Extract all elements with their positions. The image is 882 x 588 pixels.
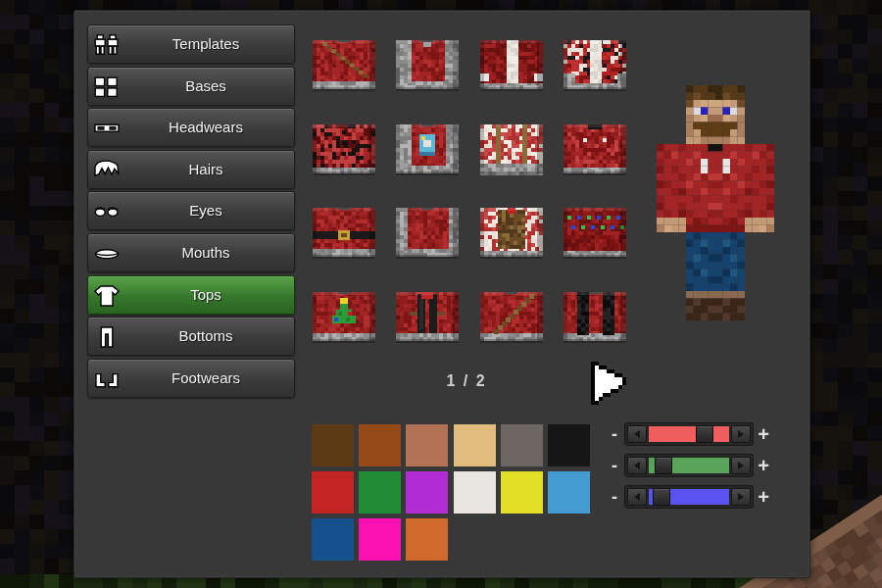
sidebar-item-footwears[interactable]: Footwears [87, 359, 295, 398]
color-swatch-e1bc7d[interactable] [454, 424, 496, 466]
top-thumbnail-image [313, 38, 375, 93]
arrow-right-icon [738, 462, 748, 469]
color-swatch-161616[interactable] [548, 424, 590, 466]
top-thumbnail-red-christmas-lights[interactable] [564, 206, 626, 261]
arrow-right-icon [738, 493, 748, 501]
sidebar-item-headwears[interactable]: Headwears [87, 108, 295, 147]
blue-slider: -+ [609, 485, 842, 509]
green-slider: -+ [609, 454, 842, 477]
top-thumbnail-image [564, 38, 626, 93]
arrow-right-icon [738, 430, 748, 438]
sidebar-item-tops[interactable]: Tops [87, 275, 295, 315]
blue-step-right-button[interactable] [731, 488, 751, 506]
red-track[interactable] [649, 426, 729, 442]
eyes-icon [94, 201, 120, 222]
arrow-left-icon [630, 430, 640, 438]
top-thumbnail-image [313, 122, 375, 177]
next-arrow-icon[interactable] [591, 362, 626, 405]
hairs-icon [94, 160, 120, 181]
top-thumbnail-red-plaid-buttons[interactable] [313, 122, 375, 177]
color-swatch-6e6662[interactable] [501, 424, 543, 466]
top-thumbnail-image [480, 206, 543, 261]
top-thumbnail-image [313, 290, 375, 345]
bracket-corner [621, 109, 636, 123]
color-swatch-c32424[interactable] [312, 471, 354, 514]
color-swatch-964a1a[interactable] [359, 424, 401, 466]
bases-icon [94, 76, 120, 98]
top-thumbnail-image [564, 290, 626, 345]
arrow-left-icon [630, 493, 640, 501]
skin-editor-panel: TemplatesBasesHeadwearsHairsEyesMouthsTo… [74, 10, 810, 578]
top-thumbnail-red-black-vest-scarf[interactable] [396, 290, 459, 345]
red-slider: -+ [609, 422, 842, 446]
color-swatch-b27253[interactable] [406, 424, 448, 466]
color-swatch-e3de26[interactable] [501, 471, 543, 514]
red-decrease-button[interactable]: - [609, 422, 620, 446]
red-step-left-button[interactable] [627, 425, 647, 443]
top-thumbnail-red-vneck-gray-arms[interactable] [396, 38, 459, 93]
templates-icon [94, 34, 120, 56]
color-swatch-d2692c[interactable] [406, 518, 448, 561]
blue-slider-box [624, 485, 754, 509]
blue-step-left-button[interactable] [627, 488, 647, 506]
top-thumbnail-image [564, 122, 626, 177]
top-thumbnail-image [396, 38, 459, 93]
top-thumbnail-red-hoodie[interactable] [564, 122, 626, 177]
sidebar-item-eyes[interactable]: Eyes [87, 191, 295, 230]
sidebar-item-hairs[interactable]: Hairs [87, 150, 295, 189]
blue-slider-thumb[interactable] [653, 488, 670, 506]
color-swatch-208c36[interactable] [359, 471, 401, 514]
top-thumbnail-image [313, 206, 375, 261]
top-thumbnail-santa-belt-top[interactable] [313, 206, 375, 261]
top-thumbnail-red-graphic-tee[interactable] [396, 122, 459, 177]
top-thumbnail-plaid-brown-vest[interactable] [480, 206, 543, 261]
color-swatch-fb10b2[interactable] [359, 518, 401, 561]
color-swatch-449bd2[interactable] [548, 471, 590, 514]
sidebar-item-bottoms[interactable]: Bottoms [87, 317, 295, 356]
top-thumbnail-image [396, 206, 459, 261]
top-thumbnail-plain-red-top[interactable] [396, 206, 459, 261]
bottoms-icon [94, 326, 120, 348]
top-thumbnail-red-jacket-white-shirt[interactable] [480, 38, 543, 93]
page-indicator: 1 / 2 [417, 372, 515, 390]
top-thumbnail-image [396, 290, 459, 345]
top-thumbnail-image [480, 290, 543, 345]
sidebar-item-mouths[interactable]: Mouths [87, 233, 295, 272]
green-decrease-button[interactable]: - [609, 454, 620, 477]
red-slider-thumb[interactable] [696, 425, 713, 443]
red-slider-box [624, 422, 754, 446]
top-thumbnail-red-diagonal-strap[interactable] [480, 290, 543, 345]
top-thumbnail-red-christmas-tree[interactable] [313, 290, 375, 345]
sidebar-item-bases[interactable]: Bases [87, 67, 295, 106]
sidebar-item-templates[interactable]: Templates [87, 24, 295, 64]
blue-decrease-button[interactable]: - [609, 485, 620, 509]
tops-icon [94, 285, 120, 307]
skin-editor-screen: TemplatesBasesHeadwearsHairsEyesMouthsTo… [0, 0, 882, 588]
bracket-corner [554, 176, 568, 191]
red-increase-button[interactable]: + [758, 422, 769, 446]
color-swatch-5c3a16[interactable] [312, 424, 354, 466]
top-thumbnail-image [480, 122, 543, 177]
color-swatch-15518c[interactable] [312, 518, 354, 561]
green-increase-button[interactable]: + [758, 454, 769, 477]
green-slider-box [624, 454, 754, 477]
headwears-icon [94, 118, 120, 139]
bracket-corner [554, 109, 568, 123]
green-step-right-button[interactable] [731, 457, 751, 474]
green-slider-thumb[interactable] [655, 457, 672, 474]
top-thumbnail-red-black-suspenders[interactable] [564, 290, 626, 345]
blue-increase-button[interactable]: + [758, 485, 769, 509]
top-thumbnail-image [396, 122, 459, 177]
mouths-icon [94, 243, 120, 265]
top-thumbnail-plaid-shirt-suspenders[interactable] [480, 122, 543, 177]
top-thumbnail-red-top-shoulder-strap[interactable] [313, 38, 375, 93]
color-swatch-b22cd4[interactable] [406, 471, 448, 514]
top-thumbnail-red-plaid-jacket[interactable] [564, 38, 626, 93]
top-thumbnail-image [564, 206, 626, 261]
bracket-corner [621, 176, 636, 191]
top-thumbnail-image [480, 38, 543, 93]
footwears-icon [94, 368, 120, 390]
red-step-right-button[interactable] [731, 425, 751, 443]
green-step-left-button[interactable] [627, 457, 647, 474]
color-swatch-e9e5e0[interactable] [454, 471, 496, 514]
